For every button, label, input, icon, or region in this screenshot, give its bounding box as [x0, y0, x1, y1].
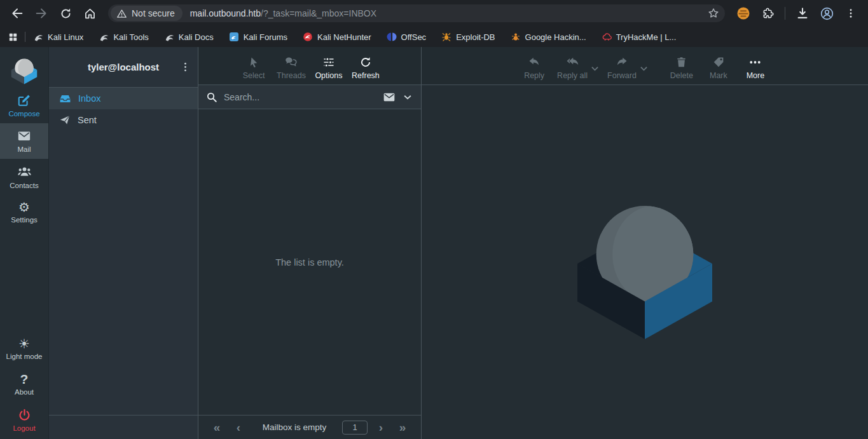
threads-button[interactable]: Threads [277, 55, 306, 80]
sidebar-item-about[interactable]: ? About [0, 367, 48, 402]
sidebar-item-label: Contacts [10, 182, 38, 189]
sidebar-item-label: Mail [17, 145, 31, 153]
sidebar-item-label: Settings [11, 216, 38, 224]
reply-all-button[interactable]: Reply all [557, 56, 588, 80]
offsec-icon [387, 32, 397, 42]
profile-icon[interactable] [816, 3, 837, 24]
search-bar [198, 85, 421, 109]
roundcube-app: Compose Mail Contacts ⚙ Settings ☀ Light… [0, 47, 868, 439]
sidebar-item-label: Light mode [6, 353, 43, 360]
refresh-button[interactable]: Refresh [352, 56, 380, 80]
sun-icon: ☀ [18, 337, 30, 350]
tryhackme-cloud-icon [602, 32, 612, 42]
first-page-icon[interactable]: « [209, 421, 225, 433]
search-options-chevron-icon[interactable] [402, 91, 413, 103]
content-toolbar: Reply Reply all Forward Delete Mark [422, 47, 868, 85]
sidebar-item-contacts[interactable]: Contacts [0, 159, 48, 194]
mailbox-status: Mailbox is empty [252, 422, 337, 432]
bookmark-kali-docs[interactable]: Kali Docs [164, 32, 214, 42]
prev-page-icon[interactable]: ‹ [230, 421, 247, 433]
trash-icon [675, 56, 687, 69]
forward-button[interactable]: Forward [607, 56, 637, 80]
options-button[interactable]: Options [315, 56, 343, 80]
bookmark-star-icon[interactable] [705, 4, 722, 22]
forward-icon[interactable] [31, 3, 52, 24]
next-page-icon[interactable]: › [373, 421, 389, 433]
reload-icon[interactable] [55, 3, 76, 24]
delete-button[interactable]: Delete [668, 56, 696, 80]
folders-footer [49, 415, 198, 439]
bookmark-kali-tools[interactable]: Kali Tools [99, 32, 148, 42]
folder-label: Inbox [78, 93, 100, 104]
toolbar-label: Delete [670, 71, 693, 80]
search-input[interactable] [224, 92, 376, 102]
last-page-icon[interactable]: » [394, 421, 411, 433]
bookmarks-bar: Kali Linux Kali Tools Kali Docs Kali For… [0, 27, 868, 47]
bookmark-label: Kali NetHunter [317, 32, 371, 42]
mark-button[interactable]: Mark [705, 56, 733, 80]
extensions-puzzle-icon[interactable] [757, 3, 778, 24]
bookmark-tryhackme[interactable]: TryHackMe | L... [602, 32, 677, 42]
folders-menu-icon[interactable] [177, 60, 193, 75]
toolbar-label: Forward [607, 71, 637, 80]
bookmark-label: OffSec [401, 32, 427, 42]
threads-icon [284, 55, 298, 69]
folders-spacer [49, 131, 198, 415]
forward-menu-caret[interactable] [640, 66, 647, 71]
inbox-icon [59, 93, 71, 105]
folder-label: Sent [78, 115, 97, 125]
bookmark-label: Kali Docs [179, 32, 214, 42]
power-icon [18, 409, 31, 422]
reply-button[interactable]: Reply [520, 56, 548, 80]
bookmark-kali-linux[interactable]: Kali Linux [33, 32, 83, 42]
kali-forums-icon [229, 32, 239, 42]
refresh-icon [359, 56, 372, 69]
toolbar-label: Select [243, 71, 265, 80]
bookmarks-divider [25, 32, 25, 42]
empty-list-text: The list is empty. [275, 257, 344, 267]
security-chip[interactable]: Not secure [111, 6, 183, 21]
roundcube-logo[interactable] [0, 51, 48, 88]
account-name: tyler@localhost [88, 62, 159, 72]
proxy-extension-icon[interactable] [733, 3, 754, 24]
sidebar-item-settings[interactable]: ⚙ Settings [0, 194, 48, 230]
bookmark-exploit-db[interactable]: Exploit-DB [441, 32, 495, 42]
more-dots-icon [748, 56, 762, 69]
more-button[interactable]: More [741, 56, 769, 80]
toolbar-label: More [747, 71, 764, 80]
sidebar-item-label: Logout [13, 424, 35, 432]
sidebar-item-light-mode[interactable]: ☀ Light mode [0, 331, 48, 367]
folder-sent[interactable]: Sent [49, 109, 198, 131]
content-panel: Reply Reply all Forward Delete Mark [422, 47, 868, 439]
list-pagination: « ‹ Mailbox is empty › » [198, 415, 421, 439]
reply-icon [527, 56, 541, 69]
bookmark-google-hacking[interactable]: Google Hackin... [511, 32, 586, 42]
sidebar-item-mail[interactable]: Mail [0, 123, 48, 159]
bookmark-offsec[interactable]: OffSec [387, 32, 427, 42]
folder-inbox[interactable]: Inbox [49, 88, 198, 109]
reply-all-menu-caret[interactable] [591, 66, 598, 71]
message-list-body: The list is empty. [198, 109, 421, 415]
sidebar-item-logout[interactable]: Logout [0, 402, 48, 438]
bookmark-label: Exploit-DB [456, 32, 495, 42]
pointer-icon [248, 57, 260, 69]
search-scope-mail-icon[interactable] [383, 91, 396, 104]
apps-grid-icon[interactable] [8, 32, 18, 43]
toolbar-label: Threads [277, 71, 306, 80]
browser-menu-icon[interactable] [840, 3, 862, 24]
select-button[interactable]: Select [240, 57, 268, 80]
back-icon[interactable] [6, 3, 28, 24]
address-bar[interactable]: Not secure mail.outbound.htb/?_task=mail… [108, 4, 725, 22]
task-sidebar: Compose Mail Contacts ⚙ Settings ☀ Light… [0, 47, 48, 439]
bookmark-kali-nethunter[interactable]: Kali NetHunter [303, 32, 371, 42]
bookmark-kali-forums[interactable]: Kali Forums [229, 32, 287, 42]
sidebar-item-compose[interactable]: Compose [0, 88, 48, 123]
browser-toolbar: Not secure mail.outbound.htb/?_task=mail… [0, 0, 868, 27]
home-icon[interactable] [79, 3, 100, 24]
kali-nethunter-icon [303, 32, 313, 42]
downloads-icon[interactable] [792, 3, 813, 24]
folders-header: tyler@localhost [49, 47, 198, 88]
tag-icon [712, 56, 725, 69]
page-number-input[interactable] [342, 421, 368, 435]
kali-dragon-icon [33, 32, 43, 42]
